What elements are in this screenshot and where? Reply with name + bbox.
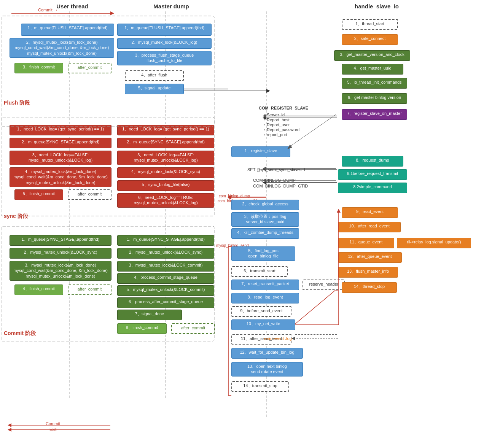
ut1: 1、m_queue[FLUSH_STAGE].append(thd)	[21, 24, 114, 36]
commit-exit-label-top: Commit	[46, 421, 60, 426]
ut-sync2: 2、m_queue[SYNC_STAGE].append(thd)	[10, 138, 111, 148]
hsi11b: rli->relay_log.signal_update()	[397, 238, 471, 248]
hsi8: 8、request_dump	[342, 156, 403, 167]
md-sync3: 3、need_LOCK_log==FALSE:mysql_mutex_unloc…	[117, 151, 214, 165]
com-binlog-dump-label: com_binlog_dump	[219, 194, 250, 198]
slave-reserve: reserve_header	[303, 280, 345, 290]
slave6: 6、transmit_start	[231, 266, 288, 277]
md-commit6: 6、process_after_commit_stage_queue	[117, 297, 214, 308]
md3: 3、process_flush_stage_queueflush_cache_t…	[117, 51, 212, 65]
hsi3: 3、get_master_version_and_clock	[334, 50, 410, 61]
md-commit1: 1、m_queue[SYNC_STAGE].append(thd)	[117, 235, 214, 246]
md2: 2、mysql_mutex_lock(&LOCK_log)	[117, 38, 212, 49]
column-master-dump: Master dump	[129, 3, 213, 10]
slave4: 4、kill_zombie_dump_threads	[231, 228, 299, 239]
ut3a: 3、finish_commit	[14, 63, 63, 73]
md-sync2: 2、m_queue[SYNC_STAGE].append(thd)	[117, 138, 214, 148]
hsi10: 10、after_read_event	[338, 222, 401, 232]
commit-top-label: Commit →	[38, 8, 58, 12]
slave2: 2、check_global_access	[231, 200, 299, 210]
slave12: 12、wait_for_update_bin_log	[231, 348, 303, 359]
md-commit4: 4、process_commit_stage_queue	[117, 273, 214, 284]
md-commit7: 7、signal_done	[117, 310, 182, 320]
md-commit8a: 8、finish_commit	[117, 323, 167, 334]
hsi6: 6、get master binlog version	[342, 93, 407, 104]
slave10: 10、my_net_write	[231, 319, 295, 330]
column-handle-slave: handle_slave_io	[335, 3, 419, 10]
md-commit8b: after_commit	[171, 323, 215, 334]
md-commit5: 5、mysql_mutex_unlock(&LOCK_commit)	[117, 285, 214, 296]
slave3: 3、读取位置：pos flagserver_id slave_uuid	[231, 212, 299, 227]
com-register-label: COM_REGISTER_SLAVE	[259, 106, 308, 110]
ut-sync4: 4、mysql_mutex_lock(&m_lock_done)mysql_co…	[10, 167, 111, 187]
svg-line-20	[294, 289, 337, 325]
hsi11: 11、queue_event	[338, 238, 394, 248]
svg-marker-6	[8, 423, 11, 427]
ut-sync1: 1、need_LOCK_log= (get_sync_period() == 1…	[10, 125, 111, 135]
ut-commit3: 3、mysql_mutex_lock(&m_lock_done)mysql_co…	[10, 261, 111, 281]
hsi9: 9、read_event	[342, 207, 398, 218]
md-sync6: 6、need_LOCK_log==TRUE:mysql_mutex_unlock…	[117, 193, 214, 208]
hsi81: 8.1before_request_transmit	[338, 169, 407, 180]
md-sync1: 1、need_LOCK_log= (get_sync_period() == 1…	[117, 125, 214, 135]
ut-sync5a: 5、finish_commit	[14, 189, 63, 200]
md-sync5: 5、sync_binlog_file(false)	[117, 180, 214, 191]
slave8: 8、read_log_event	[231, 293, 299, 303]
md-commit2: 2、mysql_mutex_unlock(&LOCK_sync)	[117, 248, 214, 259]
md1: 1、m_queue[FLUSH_STAGE].append(thd)	[117, 24, 212, 36]
ut-commit1: 1、m_queue[SYNC_STAGE].append(thd)	[10, 235, 111, 246]
svg-marker-8	[8, 428, 11, 432]
md-sync4: 4、mysql_mutex_lock(&LOCK_sync)	[117, 167, 214, 178]
report-port-label: ：report_port	[263, 132, 287, 138]
commit-stage-label: Commit 阶段	[4, 330, 36, 337]
hsi12: 12、after_queue_event	[338, 252, 402, 263]
slave14: 14、transmit_stop	[231, 381, 289, 392]
commit-exit-label-bot: Exit	[49, 427, 56, 432]
ut-sync5b: after_commit	[68, 189, 111, 200]
sync-stage-label: sync 阶段	[4, 213, 28, 220]
flush-stage-label: Flush 阶段	[4, 100, 30, 106]
set-rpl-label: SET @rpl_semi_sync_slave= 1	[247, 167, 306, 172]
hsi5: 5、io_thread_init_commands	[342, 78, 407, 89]
hsi4: 4、get_master_uuid	[342, 64, 403, 75]
md4: 4、after_flush	[125, 70, 184, 81]
svg-marker-42	[337, 209, 341, 213]
hsi82: 8.2simple_command	[338, 183, 407, 193]
ut3b: after_commit	[68, 63, 111, 73]
ut-commit4b: after_commit	[68, 284, 111, 295]
ut2: 2、mysql_mutex_lock(&m_lock_done)mysql_co…	[10, 38, 114, 58]
hsi13: 13、flush_master_info	[338, 267, 398, 278]
svg-marker-4	[110, 11, 114, 15]
ut-sync3: 3、need_LOCK_log==FALSE:mysql_mutex_unloc…	[10, 151, 111, 165]
diagram-container: User thread Master dump handle_slave_io …	[0, 0, 500, 448]
read-event-jog-label: read event Jog	[264, 336, 292, 341]
slave7: 7、reset_transmit_packet	[231, 280, 299, 290]
svg-marker-10	[266, 89, 270, 93]
ut-commit4a: 4、finish_commit	[14, 284, 63, 295]
ut-commit2: 2、mysql_mutex_unlock(&LOCK_sync)	[10, 248, 111, 259]
hsi14: 14、thread_stop	[342, 282, 397, 293]
slave-register: 1、register_slave	[231, 146, 290, 157]
svg-marker-44	[291, 337, 295, 340]
slave5: 5、find_log_posopen_binlog_file	[231, 246, 295, 261]
com-binlog-gtid-label: COM_BINLOG_DUMP_GTID	[253, 184, 308, 188]
md-commit3: 3、mysql_mutex_lock(&LOCK_commit)	[117, 261, 214, 272]
com-binlog-label: COM_BINLOG_DUMP	[253, 178, 296, 183]
md5: 5、signal_update	[125, 84, 184, 94]
hsi2: 2、safe_connect	[342, 34, 398, 45]
hsi1: 1、thread_start	[342, 19, 398, 30]
slave13: 13、open next binlogsend rotate event	[231, 362, 303, 377]
hsi7: 7、register_slave_on_master	[342, 109, 407, 120]
slave9: 9、before_send_event	[231, 306, 291, 317]
